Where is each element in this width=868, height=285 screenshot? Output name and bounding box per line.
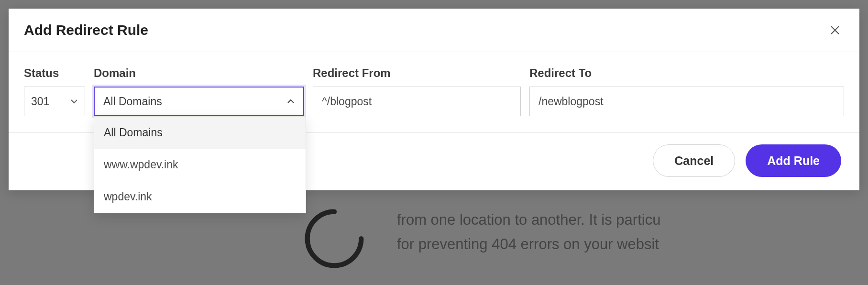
domain-field: Domain All Domains All Domains www.wpdev… xyxy=(94,66,304,116)
redirect-to-input-wrapper xyxy=(529,87,844,116)
background-line1: from one location to another. It is part… xyxy=(397,208,660,232)
redirect-from-field: Redirect From xyxy=(313,66,521,116)
modal-body: Status 301 Domain All Domains All Domain… xyxy=(9,52,859,133)
status-field: Status 301 xyxy=(24,66,85,116)
redirect-to-field: Redirect To xyxy=(529,66,844,116)
domain-option-www[interactable]: www.wpdev.ink xyxy=(94,149,306,181)
redirect-from-input-wrapper xyxy=(313,87,521,116)
domain-value: All Domains xyxy=(103,95,162,108)
redirect-from-input[interactable] xyxy=(322,87,512,116)
domain-dropdown: All Domains www.wpdev.ink wpdev.ink xyxy=(94,116,306,213)
background-text: from one location to another. It is part… xyxy=(397,208,660,256)
close-icon[interactable] xyxy=(829,24,841,36)
loading-spinner-icon xyxy=(304,208,365,269)
domain-select[interactable]: All Domains xyxy=(94,87,304,116)
domain-option-all[interactable]: All Domains xyxy=(94,117,306,149)
redirect-from-label: Redirect From xyxy=(313,66,521,80)
domain-option-root[interactable]: wpdev.ink xyxy=(94,181,306,213)
domain-label: Domain xyxy=(94,66,304,80)
add-rule-button[interactable]: Add Rule xyxy=(746,144,841,177)
chevron-down-icon xyxy=(70,99,78,104)
status-label: Status xyxy=(24,66,85,80)
add-redirect-modal: Add Redirect Rule Status 301 Domain All … xyxy=(9,9,859,190)
modal-header: Add Redirect Rule xyxy=(9,9,859,52)
background-line2: for preventing 404 errors on your websit xyxy=(397,232,660,256)
chevron-up-icon xyxy=(287,99,295,104)
redirect-to-label: Redirect To xyxy=(529,66,844,80)
status-value: 301 xyxy=(31,95,49,108)
modal-title: Add Redirect Rule xyxy=(24,22,148,38)
cancel-button[interactable]: Cancel xyxy=(653,144,735,177)
redirect-to-input[interactable] xyxy=(538,87,835,116)
status-select[interactable]: 301 xyxy=(24,87,85,116)
